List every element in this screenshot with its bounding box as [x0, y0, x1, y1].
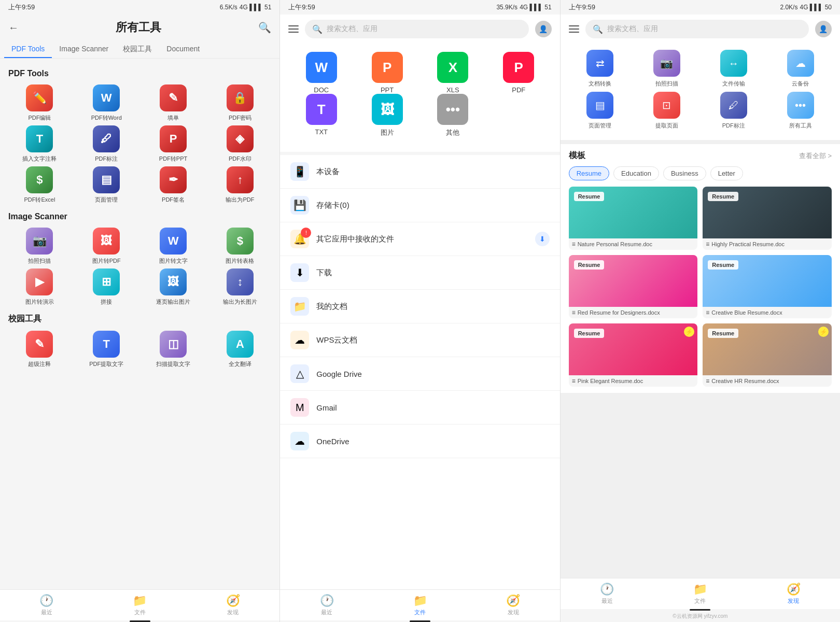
source-item[interactable]: ⬇ 下载 [280, 256, 559, 290]
tab-image-scanner[interactable]: Image Scanner [52, 40, 116, 58]
source-item[interactable]: M Gmail [280, 391, 559, 425]
tool-item[interactable]: $ PDF转Excel [8, 166, 71, 203]
tab-pdf-tools[interactable]: PDF Tools [4, 40, 52, 58]
template-tab-letter[interactable]: Letter [710, 166, 743, 180]
hamburger-menu-3[interactable] [569, 25, 579, 33]
tool-label: 输出为长图片 [223, 299, 257, 305]
tab-document[interactable]: Document [159, 40, 207, 58]
source-item[interactable]: △ Google Drive [280, 357, 559, 391]
tool-item[interactable]: ✎ 填单 [142, 84, 205, 121]
tool-item[interactable]: 🔒 PDF密码 [208, 84, 271, 121]
tab-campus[interactable]: 校园工具 [116, 40, 159, 58]
top-tool-item[interactable]: ↔ 文件传输 [702, 50, 765, 88]
template-card[interactable]: Resume ⚡ ≡ Creative HR Resume.docx [703, 323, 832, 387]
nav-recent-3[interactable]: 🕐 最近 [561, 583, 654, 605]
file-type-label: PPT [381, 86, 394, 94]
file-type-item[interactable]: 🖼 图片 [354, 94, 420, 137]
template-card[interactable]: Resume ≡ Highly Practical Resume.doc [703, 187, 832, 250]
search-bar-3[interactable]: 🔍 搜索文档、应用 [585, 20, 809, 38]
tool-item[interactable]: 🖼 图片转PDF [75, 228, 138, 264]
source-icon-wrap: ☁ [290, 331, 309, 349]
source-item[interactable]: ☁ OneDrive [280, 425, 559, 458]
top-tool-label: 所有工具 [789, 122, 812, 130]
source-item[interactable]: 🔔 ! 其它应用中接收的文件 ⬇ [280, 222, 559, 256]
tool-item[interactable]: 📷 拍照扫描 [8, 228, 71, 264]
tool-item[interactable]: 🖊 PDF标注 [75, 125, 138, 162]
section-title-scanner: Image Scanner [8, 212, 271, 221]
tool-item[interactable]: 🖼 逐页输出图片 [142, 268, 205, 305]
source-item[interactable]: 💾 存储卡(0) [280, 189, 559, 222]
file-type-item[interactable]: T TXT [288, 94, 354, 137]
tool-item[interactable]: $ 图片转表格 [208, 228, 271, 264]
top-tool-item[interactable]: 📷 拍照扫描 [635, 50, 698, 88]
file-type-item[interactable]: P PDF [486, 52, 552, 94]
source-name: WPS云文档 [316, 335, 549, 345]
tool-item[interactable]: A 全文翻译 [208, 331, 271, 367]
nav-recent-2[interactable]: 🕐 最近 [280, 594, 373, 616]
nav-files-2[interactable]: 📁 文件 [373, 594, 467, 616]
time-2: 上午9:59 [288, 3, 315, 12]
file-type-item[interactable]: ••• 其他 [420, 94, 486, 137]
nav-files-3[interactable]: 📁 文件 [653, 583, 747, 605]
card-title: Highly Practical Resume.doc [711, 241, 785, 247]
tool-item[interactable]: ✒ PDF签名 [142, 166, 205, 203]
tool-item[interactable]: W 图片转文字 [142, 228, 205, 264]
card-title: Pink Elegant Resume.doc [578, 378, 643, 384]
nav-recent-1[interactable]: 🕐 最近 [0, 594, 93, 616]
back-button[interactable]: ← [8, 22, 19, 34]
tool-item[interactable]: ⊞ 拼接 [75, 268, 138, 305]
view-all-button[interactable]: 查看全部 > [799, 151, 832, 161]
file-type-item[interactable]: X XLS [420, 52, 486, 94]
avatar-3[interactable]: 👤 [815, 21, 832, 37]
tool-item[interactable]: ✏️ PDF编辑 [8, 84, 71, 121]
tool-item[interactable]: T PDF提取文字 [75, 331, 138, 367]
source-item[interactable]: 📁 我的文档 [280, 290, 559, 323]
tool-item[interactable]: T 插入文字注释 [8, 125, 71, 162]
status-bar-1: 上午9:59 6.5K/s 4G ▌▌▌ 51 [0, 0, 279, 15]
tool-item[interactable]: ↑ 输出为PDF [208, 166, 271, 203]
tool-item[interactable]: P PDF转PPT [142, 125, 205, 162]
tool-item[interactable]: ↕ 输出为长图片 [208, 268, 271, 305]
hamburger-menu[interactable] [288, 25, 299, 33]
top-tool-item[interactable]: ☁ 云备份 [769, 50, 832, 88]
tool-item[interactable]: ◫ 扫描提取文字 [142, 331, 205, 367]
top-tool-item[interactable]: ⇄ 文档转换 [569, 50, 632, 88]
tool-label: PDF转Word [91, 115, 122, 121]
nav-discover-1[interactable]: 🧭 发现 [187, 594, 280, 616]
search-button-1[interactable]: 🔍 [258, 21, 271, 34]
template-card[interactable]: Resume ≡ Nature Personal Resume.doc [569, 187, 698, 250]
template-tab-resume[interactable]: Resume [569, 166, 609, 180]
download-button[interactable]: ⬇ [535, 232, 550, 246]
template-tab-business[interactable]: Business [663, 166, 706, 180]
tool-item[interactable]: W PDF转Word [75, 84, 138, 121]
template-thumb: Resume [569, 255, 698, 307]
avatar-2[interactable]: 👤 [535, 21, 552, 37]
template-card[interactable]: Resume ≡ Red Resume for Designers.docx [569, 255, 698, 318]
nav-discover-3[interactable]: 🧭 发现 [747, 583, 840, 605]
file-type-item[interactable]: W DOC [288, 52, 354, 94]
search-bar-2[interactable]: 🔍 搜索文档、应用 [305, 20, 528, 38]
card-title: Creative Blue Resume.docx [711, 309, 782, 316]
nav-discover-2[interactable]: 🧭 发现 [467, 594, 560, 616]
template-card-label: ≡ Highly Practical Resume.doc [703, 238, 832, 250]
file-type-item[interactable]: P PPT [354, 52, 420, 94]
top-tool-item[interactable]: ⊡ 提取页面 [635, 92, 698, 130]
template-card[interactable]: Resume ⚡ ≡ Pink Elegant Resume.doc [569, 323, 698, 387]
lightning-badge: ⚡ [684, 327, 694, 337]
template-tabs: ResumeEducationBusinessLetter [569, 166, 832, 180]
template-tab-education[interactable]: Education [613, 166, 659, 180]
tool-item[interactable]: ▶ 图片转演示 [8, 268, 71, 305]
tool-label: 超级注释 [28, 361, 51, 367]
tool-item[interactable]: ▤ 页面管理 [75, 166, 138, 203]
source-item[interactable]: 📱 本设备 [280, 155, 559, 189]
nav-files-1[interactable]: 📁 文件 [93, 594, 187, 616]
top-tool-item[interactable]: ••• 所有工具 [769, 92, 832, 130]
source-name: Gmail [316, 403, 549, 412]
nav-recent-label-2: 最近 [321, 609, 332, 616]
source-item[interactable]: ☁ WPS云文档 [280, 323, 559, 357]
top-tool-item[interactable]: ▤ 页面管理 [569, 92, 632, 130]
tool-item[interactable]: ◈ PDF水印 [208, 125, 271, 162]
template-card[interactable]: Resume ≡ Creative Blue Resume.docx [703, 255, 832, 318]
tool-item[interactable]: ✎ 超级注释 [8, 331, 71, 367]
top-tool-item[interactable]: 🖊 PDF标注 [702, 92, 765, 130]
